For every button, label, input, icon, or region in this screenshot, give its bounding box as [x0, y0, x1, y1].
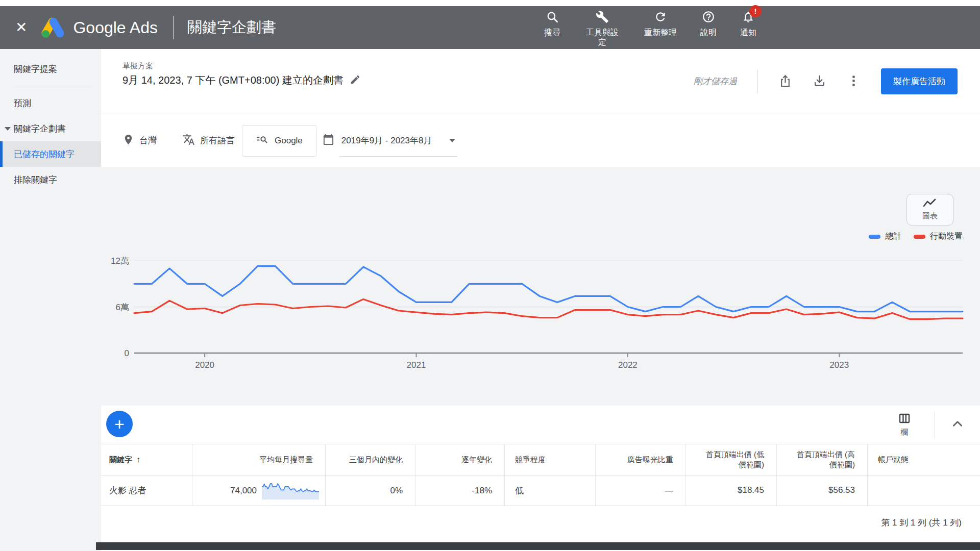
line-chart-icon [923, 198, 937, 209]
column-header-ad-impression-share[interactable]: 廣告曝光比重 [595, 444, 685, 475]
tools-settings-button[interactable]: 工具與設定 [584, 10, 621, 47]
refresh-icon [654, 10, 667, 25]
add-keywords-button[interactable]: + [106, 411, 133, 437]
sidebar-item-saved-keywords[interactable]: 已儲存的關鍵字 [0, 141, 101, 167]
three-month-change-cell: 0% [325, 475, 415, 506]
column-header-competition[interactable]: 競爭程度 [504, 444, 595, 475]
translate-icon [182, 133, 195, 148]
location-pin-icon [122, 134, 134, 148]
page-title: 關鍵字企劃書 [187, 17, 276, 38]
sidebar-item-keyword-plan[interactable]: 關鍵字企劃書 [0, 116, 101, 141]
topbar-actions: 搜尋 工具與設定 重新整理 說明 [544, 8, 756, 47]
refresh-button[interactable]: 重新整理 [644, 10, 677, 37]
ad-impression-share-cell: — [595, 475, 685, 506]
keyword-cell: 火影 忍者 [101, 475, 192, 506]
create-campaign-button[interactable]: 製作廣告活動 [881, 68, 958, 94]
pencil-icon [350, 74, 361, 87]
brand-name: Google Ads [73, 18, 157, 37]
legend-item-mobile: 行動裝置 [914, 231, 963, 242]
bell-icon: ! [742, 10, 755, 25]
svg-text:2020: 2020 [195, 360, 214, 370]
share-button[interactable] [778, 74, 792, 89]
expand-caret-icon [5, 127, 11, 131]
column-header-top-of-page-bid-low[interactable]: 首頁頂端出價 (低價範圍) [685, 444, 776, 475]
keywords-table: 關鍵字 ↑ 平均每月搜尋量 三個月內的變化 逐年變化 競爭程度 廣告曝光比重 首… [101, 444, 980, 539]
table-header-row: 關鍵字 ↑ 平均每月搜尋量 三個月內的變化 逐年變化 競爭程度 廣告曝光比重 首… [101, 444, 980, 475]
table-row[interactable]: 火影 忍者 74,000 0% -18% 低 — $18.45 $56.53 [101, 475, 980, 506]
top-app-bar: ✕ Google Ads 關鍵字企劃書 搜尋 工具與設定 [0, 6, 980, 49]
search-icon [546, 10, 559, 25]
google-ads-logo-icon [40, 16, 66, 39]
saved-status: 剛才儲存過 [694, 76, 737, 87]
svg-text:2021: 2021 [407, 360, 426, 370]
table-footer: 第 1 到 1 列 (共 1 列) [101, 506, 980, 539]
notifications-button[interactable]: ! 通知 [740, 10, 756, 37]
chart-type-button[interactable]: 圖表 [906, 194, 953, 226]
main-content: 草擬方案 9月 14, 2023, 7 下午 (GMT+08:00) 建立的企劃… [101, 49, 980, 551]
chevron-up-icon [951, 417, 964, 432]
kebab-menu-icon [847, 74, 861, 89]
sidebar-item-forecast[interactable]: 預測 [0, 90, 101, 116]
network-filter[interactable]: Google [242, 125, 316, 157]
column-header-top-of-page-bid-high[interactable]: 首頁頂端出價 (高價範圍) [776, 444, 867, 475]
search-trend-sparkline [262, 481, 319, 501]
header-divider [757, 70, 758, 93]
plan-header: 草擬方案 9月 14, 2023, 7 下午 (GMT+08:00) 建立的企劃… [101, 49, 980, 114]
filter-bar: 台灣 所有語言 Google 2019年9月 - 2023年8月 [101, 114, 980, 167]
help-icon [702, 10, 715, 25]
trend-chart-section: 06萬12萬2020202120222023 圖表 總計 行動裝置 [101, 167, 980, 406]
column-header-avg-monthly-searches[interactable]: 平均每月搜尋量 [192, 444, 325, 475]
legend-swatch-total [869, 235, 880, 239]
search-network-icon [256, 133, 268, 148]
calendar-icon [323, 134, 334, 148]
columns-icon [898, 412, 911, 426]
column-header-account-status[interactable]: 帳戶狀態 [867, 444, 980, 475]
sidebar-divider [14, 86, 92, 86]
horizontal-scrollbar[interactable] [96, 542, 980, 550]
more-options-button[interactable] [847, 74, 861, 89]
legend-swatch-mobile [914, 235, 925, 239]
sidebar-item-negative-keywords[interactable]: 排除關鍵字 [0, 167, 101, 192]
share-icon [778, 74, 792, 89]
collapse-table-button[interactable] [942, 417, 973, 432]
search-volume-chart: 06萬12萬2020202120222023 [101, 167, 980, 406]
svg-text:2023: 2023 [829, 360, 849, 370]
top-of-page-bid-high-cell: $56.53 [776, 475, 867, 506]
column-header-keyword[interactable]: 關鍵字 ↑ [101, 444, 192, 475]
account-status-cell [867, 475, 980, 506]
edit-plan-title-button[interactable] [350, 74, 361, 87]
topbar-divider [173, 16, 174, 39]
column-header-three-month-change[interactable]: 三個月內的變化 [325, 444, 415, 475]
toolbar-divider [935, 412, 935, 438]
column-header-yoy-change[interactable]: 逐年變化 [415, 444, 504, 475]
chart-legend: 總計 行動裝置 [869, 231, 963, 242]
location-filter[interactable]: 台灣 [122, 134, 157, 148]
yoy-change-cell: -18% [415, 475, 504, 506]
sort-ascending-icon: ↑ [136, 455, 140, 464]
close-icon[interactable]: ✕ [0, 20, 27, 35]
wrench-icon [596, 10, 609, 25]
google-ads-keyword-planner: ✕ Google Ads 關鍵字企劃書 搜尋 工具與設定 [0, 0, 980, 551]
top-of-page-bid-low-cell: $18.45 [685, 475, 776, 506]
search-button[interactable]: 搜尋 [544, 10, 560, 37]
columns-button[interactable]: 欄 [881, 412, 927, 437]
table-toolbar: + 欄 [101, 406, 980, 444]
notification-badge: ! [749, 5, 762, 17]
sidebar: 關鍵字提案 預測 關鍵字企劃書 已儲存的關鍵字 排除關鍵字 [0, 49, 101, 551]
pagination-summary: 第 1 到 1 列 (共 1 列) [881, 517, 962, 529]
download-icon [813, 74, 826, 89]
download-button[interactable] [813, 74, 826, 89]
svg-text:6萬: 6萬 [116, 303, 129, 312]
avg-monthly-searches-cell: 74,000 [192, 475, 325, 506]
sidebar-item-keyword-ideas[interactable]: 關鍵字提案 [0, 56, 101, 82]
competition-cell: 低 [504, 475, 595, 506]
language-filter[interactable]: 所有語言 [182, 133, 235, 148]
date-range-filter[interactable]: 2019年9月 - 2023年8月 [323, 125, 458, 157]
plan-title: 9月 14, 2023, 7 下午 (GMT+08:00) 建立的企劃書 [122, 73, 344, 87]
chevron-down-icon [449, 139, 455, 142]
svg-text:12萬: 12萬 [111, 256, 129, 266]
legend-item-total: 總計 [869, 231, 901, 242]
svg-text:2022: 2022 [618, 360, 638, 370]
help-button[interactable]: 說明 [700, 10, 717, 37]
plan-kicker: 草擬方案 [122, 61, 153, 71]
